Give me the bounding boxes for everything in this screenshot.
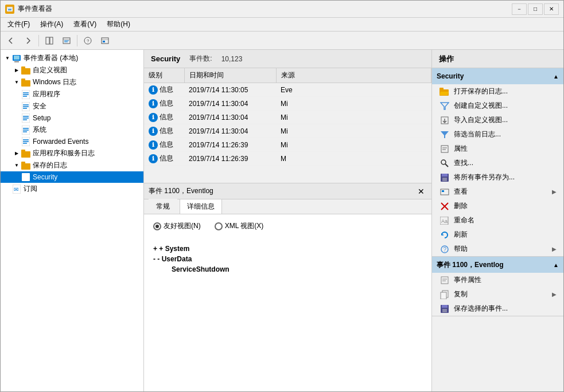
toolbar-extra[interactable]	[97, 33, 113, 48]
table-row[interactable]: ℹ 信息 2019/7/14 11:26:39 Mi	[144, 138, 431, 152]
view-icon	[439, 187, 450, 197]
action-view[interactable]: 查看 ▶	[432, 185, 563, 199]
cell-source: Mi	[276, 124, 431, 138]
toolbar-help[interactable]: ?	[80, 33, 96, 48]
service-label: ServiceShutdown	[172, 265, 230, 273]
menu-view[interactable]: 查看(V)	[69, 18, 101, 30]
action-copy[interactable]: 复制 ▶	[432, 287, 563, 301]
cell-source: Mi	[276, 97, 431, 111]
svg-rect-53	[439, 88, 444, 91]
table-row[interactable]: ℹ 信息 2019/7/14 11:26:39 M	[144, 152, 431, 166]
col-datetime[interactable]: 日期和时间	[184, 68, 276, 83]
action-save-event[interactable]: 保存选择的事件...	[432, 301, 563, 316]
events-table-area: 级别 日期和时间 来源 ℹ 信息 2019/7/14 11:30:05	[144, 68, 431, 183]
section-header-event[interactable]: 事件 1100，Eventlog ▲	[432, 257, 563, 273]
actions-section-event: 事件 1100，Eventlog ▲ 事件属性 复制	[432, 257, 563, 316]
userdata-line[interactable]: - UserData	[153, 255, 422, 263]
action-filter[interactable]: 筛选当前日志...	[432, 127, 563, 142]
section-header-security[interactable]: Security ▲	[432, 68, 563, 84]
tree-item-setup[interactable]: Setup	[1, 112, 143, 124]
toolbar-sep-1	[38, 35, 39, 46]
cell-source: M	[276, 152, 431, 166]
tree-item-subscriptions[interactable]: ✉ 订阅	[1, 183, 143, 195]
table-row[interactable]: ℹ 信息 2019/7/14 11:30:04 Mi	[144, 124, 431, 138]
menu-file[interactable]: 文件(F)	[3, 18, 34, 30]
tree-item-windows-logs[interactable]: ▼ Windows 日志	[1, 76, 143, 88]
action-filter-label: 筛选当前日志...	[454, 130, 501, 139]
tree-item-custom-views[interactable]: ▶ 自定义视图	[1, 64, 143, 76]
event-props-icon	[439, 276, 450, 285]
tree-item-security-win[interactable]: 安全	[1, 100, 143, 112]
action-properties[interactable]: 属性	[432, 142, 563, 156]
svg-text:?: ?	[87, 38, 90, 44]
toolbar-back[interactable]	[3, 33, 19, 48]
detail-tabs: 常规 详细信息	[144, 199, 431, 214]
col-level[interactable]: 级别	[144, 68, 184, 83]
log-icon-forwarded	[21, 137, 30, 146]
refresh-icon	[439, 230, 450, 240]
action-open-log-label: 打开保存的日志...	[454, 87, 508, 96]
center-panel: Security 事件数: 10,123 级别 日期和时间 来源	[144, 50, 431, 391]
svg-rect-63	[442, 174, 448, 177]
section-arrow-event: ▲	[553, 262, 559, 268]
svg-text:✉: ✉	[14, 186, 18, 193]
action-help[interactable]: ? 帮助 ▶	[432, 242, 563, 256]
sub-icon: ✉	[12, 185, 21, 194]
action-create-view[interactable]: 创建自定义视图...	[432, 99, 563, 113]
svg-rect-21	[21, 79, 25, 81]
tree-item-security-saved[interactable]: Security	[1, 171, 143, 183]
close-button[interactable]: ✕	[544, 3, 559, 15]
delete-icon	[439, 202, 450, 211]
tree-item-system[interactable]: 系统	[1, 124, 143, 136]
tab-general[interactable]: 常规	[149, 199, 177, 214]
action-refresh[interactable]: 刷新	[432, 228, 563, 242]
radio-xml[interactable]: XML 视图(X)	[215, 221, 264, 231]
action-save-all[interactable]: 将所有事件另存为...	[432, 170, 563, 185]
folder-open-icon	[439, 87, 450, 96]
action-event-props[interactable]: 事件属性	[432, 273, 563, 287]
action-delete[interactable]: 删除	[432, 199, 563, 213]
tree-arrow-custom: ▶	[12, 66, 21, 75]
tree-arrow-windows: ▼	[12, 78, 21, 87]
menu-actions[interactable]: 操作(A)	[36, 18, 68, 30]
tree-item-root[interactable]: ▼ 事件查看器 (本地)	[1, 52, 143, 64]
tab-details[interactable]: 详细信息	[180, 199, 222, 214]
svg-rect-45	[21, 162, 25, 164]
action-delete-label: 删除	[454, 201, 468, 211]
tree-label-subscriptions: 订阅	[24, 184, 37, 194]
section-title-security: Security	[437, 72, 464, 80]
svg-line-61	[445, 164, 448, 167]
table-row[interactable]: ℹ 信息 2019/7/14 11:30:04 Mi	[144, 111, 431, 124]
maximize-button[interactable]: □	[528, 3, 543, 15]
table-row[interactable]: ℹ 信息 2019/7/14 11:30:04 Mi	[144, 97, 431, 111]
tree-item-forwarded[interactable]: Forwarded Events	[1, 136, 143, 147]
toolbar-logs[interactable]	[59, 33, 75, 48]
tree-item-app[interactable]: 应用程序	[1, 88, 143, 100]
log-icon-system	[21, 126, 30, 135]
tree-item-app-service[interactable]: ▶ 应用程序和服务日志	[1, 147, 143, 159]
system-line[interactable]: + System	[153, 245, 422, 253]
svg-rect-66	[442, 190, 444, 192]
toolbar-show-hide[interactable]	[41, 33, 57, 48]
computer-icon	[12, 54, 21, 63]
copy-submenu-arrow: ▶	[552, 291, 557, 297]
detail-close-button[interactable]: ✕	[415, 186, 427, 197]
action-rename[interactable]: Aa 重命名	[432, 213, 563, 228]
radio-friendly[interactable]: 友好视图(N)	[153, 221, 201, 231]
action-import-view[interactable]: 导入自定义视图...	[432, 113, 563, 127]
log-icon-setup	[21, 113, 30, 123]
svg-text:Aa: Aa	[441, 218, 448, 224]
radio-friendly-label: 友好视图(N)	[164, 221, 201, 231]
tree-label-windows: Windows 日志	[33, 77, 76, 87]
toolbar-forward[interactable]	[20, 33, 36, 48]
action-find[interactable]: 查找...	[432, 156, 563, 170]
minimize-button[interactable]: －	[512, 3, 527, 15]
svg-rect-19	[21, 66, 25, 69]
col-source[interactable]: 来源	[276, 68, 431, 83]
cell-datetime: 2019/7/14 11:30:05	[184, 83, 276, 97]
action-open-log[interactable]: 打开保存的日志...	[432, 84, 563, 99]
table-row[interactable]: ℹ 信息 2019/7/14 11:30:05 Eve	[144, 83, 431, 97]
tree-item-saved-logs[interactable]: ▼ 保存的日志	[1, 159, 143, 171]
info-icon: ℹ	[149, 113, 158, 122]
menu-help[interactable]: 帮助(H)	[102, 18, 135, 30]
